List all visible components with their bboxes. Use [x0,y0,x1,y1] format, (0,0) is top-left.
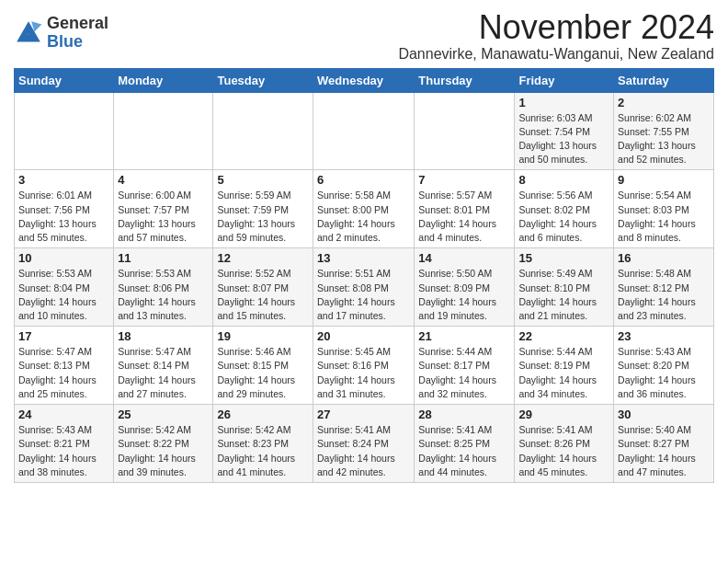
day-number: 26 [217,408,309,421]
day-info: Sunrise: 5:41 AMSunset: 8:26 PMDaylight:… [518,423,609,479]
col-header-wednesday: Wednesday [313,68,415,92]
day-number: 21 [418,329,510,343]
col-header-thursday: Thursday [415,68,515,92]
day-number: 23 [618,329,710,343]
day-number: 24 [18,408,109,421]
calendar-cell: 2Sunrise: 6:02 AMSunset: 7:55 PMDaylight… [614,92,714,170]
day-number: 19 [217,329,309,343]
day-number: 1 [518,96,609,109]
location-subtitle: Dannevirke, Manawatu-Wanganui, New Zeala… [398,46,714,63]
calendar-cell: 9Sunrise: 5:54 AMSunset: 8:03 PMDaylight… [614,170,714,248]
col-header-monday: Monday [114,68,213,92]
calendar-cell: 29Sunrise: 5:41 AMSunset: 8:26 PMDayligh… [515,405,614,483]
day-info: Sunrise: 6:03 AMSunset: 7:54 PMDaylight:… [518,111,609,167]
day-info: Sunrise: 5:42 AMSunset: 8:23 PMDaylight:… [217,423,309,479]
calendar-cell [114,92,213,170]
day-number: 30 [618,408,710,421]
day-number: 4 [118,173,209,187]
calendar-cell: 11Sunrise: 5:53 AMSunset: 8:06 PMDayligh… [114,248,213,327]
calendar-cell: 12Sunrise: 5:52 AMSunset: 8:07 PMDayligh… [213,248,313,327]
day-info: Sunrise: 5:53 AMSunset: 8:04 PMDaylight:… [18,267,109,323]
col-header-sunday: Sunday [15,68,114,92]
day-info: Sunrise: 5:47 AMSunset: 8:13 PMDaylight:… [18,345,109,401]
calendar-cell: 20Sunrise: 5:45 AMSunset: 8:16 PMDayligh… [313,327,415,405]
day-info: Sunrise: 5:41 AMSunset: 8:24 PMDaylight:… [317,423,410,479]
calendar-header-row: SundayMondayTuesdayWednesdayThursdayFrid… [15,68,714,92]
day-number: 22 [518,329,609,343]
title-area: November 2024 Dannevirke, Manawatu-Wanga… [398,9,714,63]
calendar-cell: 26Sunrise: 5:42 AMSunset: 8:23 PMDayligh… [213,405,313,483]
day-number: 9 [618,173,710,187]
calendar-week-row: 10Sunrise: 5:53 AMSunset: 8:04 PMDayligh… [15,248,714,327]
calendar-cell: 19Sunrise: 5:46 AMSunset: 8:15 PMDayligh… [213,327,313,405]
day-number: 17 [18,329,109,343]
logo-blue-text: Blue [47,33,108,52]
calendar-cell: 7Sunrise: 5:57 AMSunset: 8:01 PMDaylight… [415,170,515,248]
logo-text: General Blue [47,15,108,52]
logo-general-text: General [47,15,108,33]
month-title: November 2024 [398,9,714,46]
day-number: 20 [317,329,410,343]
col-header-saturday: Saturday [614,68,714,92]
calendar-cell: 8Sunrise: 5:56 AMSunset: 8:02 PMDaylight… [515,170,614,248]
calendar-cell: 3Sunrise: 6:01 AMSunset: 7:56 PMDaylight… [15,170,114,248]
calendar-cell: 17Sunrise: 5:47 AMSunset: 8:13 PMDayligh… [15,327,114,405]
calendar-cell: 5Sunrise: 5:59 AMSunset: 7:59 PMDaylight… [213,170,313,248]
day-number: 27 [317,408,410,421]
day-number: 18 [118,329,209,343]
day-info: Sunrise: 5:52 AMSunset: 8:07 PMDaylight:… [217,267,309,323]
day-info: Sunrise: 5:44 AMSunset: 8:17 PMDaylight:… [418,345,510,401]
day-info: Sunrise: 5:46 AMSunset: 8:15 PMDaylight:… [217,345,309,401]
day-number: 12 [217,251,309,265]
calendar-cell [15,92,114,170]
calendar-week-row: 1Sunrise: 6:03 AMSunset: 7:54 PMDaylight… [15,92,714,170]
day-number: 7 [418,173,510,187]
calendar-cell: 22Sunrise: 5:44 AMSunset: 8:19 PMDayligh… [515,327,614,405]
day-number: 3 [18,173,109,187]
day-number: 14 [418,251,510,265]
day-info: Sunrise: 5:48 AMSunset: 8:12 PMDaylight:… [618,267,710,323]
calendar-cell [313,92,415,170]
day-info: Sunrise: 5:50 AMSunset: 8:09 PMDaylight:… [418,267,510,323]
col-header-tuesday: Tuesday [213,68,313,92]
day-info: Sunrise: 5:58 AMSunset: 8:00 PMDaylight:… [317,189,410,245]
day-number: 29 [518,408,609,421]
day-number: 28 [418,408,510,421]
calendar-table: SundayMondayTuesdayWednesdayThursdayFrid… [14,68,714,483]
calendar-cell: 23Sunrise: 5:43 AMSunset: 8:20 PMDayligh… [614,327,714,405]
day-number: 13 [317,251,410,265]
day-info: Sunrise: 5:43 AMSunset: 8:21 PMDaylight:… [18,423,109,479]
calendar-cell [213,92,313,170]
day-number: 15 [518,251,609,265]
day-info: Sunrise: 5:45 AMSunset: 8:16 PMDaylight:… [317,345,410,401]
calendar-cell: 16Sunrise: 5:48 AMSunset: 8:12 PMDayligh… [614,248,714,327]
day-info: Sunrise: 5:54 AMSunset: 8:03 PMDaylight:… [618,189,710,245]
day-info: Sunrise: 5:51 AMSunset: 8:08 PMDaylight:… [317,267,410,323]
calendar-cell: 18Sunrise: 5:47 AMSunset: 8:14 PMDayligh… [114,327,213,405]
day-number: 2 [618,96,710,109]
day-info: Sunrise: 5:47 AMSunset: 8:14 PMDaylight:… [118,345,209,401]
logo: General Blue [14,15,108,52]
calendar-week-row: 24Sunrise: 5:43 AMSunset: 8:21 PMDayligh… [15,405,714,483]
calendar-cell: 25Sunrise: 5:42 AMSunset: 8:22 PMDayligh… [114,405,213,483]
calendar-week-row: 3Sunrise: 6:01 AMSunset: 7:56 PMDaylight… [15,170,714,248]
calendar-cell: 28Sunrise: 5:41 AMSunset: 8:25 PMDayligh… [415,405,515,483]
calendar-cell: 27Sunrise: 5:41 AMSunset: 8:24 PMDayligh… [313,405,415,483]
day-number: 25 [118,408,209,421]
calendar-cell: 10Sunrise: 5:53 AMSunset: 8:04 PMDayligh… [15,248,114,327]
day-info: Sunrise: 5:41 AMSunset: 8:25 PMDaylight:… [418,423,510,479]
day-info: Sunrise: 6:02 AMSunset: 7:55 PMDaylight:… [618,111,710,167]
calendar-week-row: 17Sunrise: 5:47 AMSunset: 8:13 PMDayligh… [15,327,714,405]
day-info: Sunrise: 6:01 AMSunset: 7:56 PMDaylight:… [18,189,109,245]
day-number: 11 [118,251,209,265]
day-info: Sunrise: 5:57 AMSunset: 8:01 PMDaylight:… [418,189,510,245]
col-header-friday: Friday [515,68,614,92]
day-number: 16 [618,251,710,265]
day-info: Sunrise: 6:00 AMSunset: 7:57 PMDaylight:… [118,189,209,245]
day-number: 10 [18,251,109,265]
page-header: General Blue November 2024 Dannevirke, M… [14,9,714,63]
day-number: 5 [217,173,309,187]
calendar-cell: 4Sunrise: 6:00 AMSunset: 7:57 PMDaylight… [114,170,213,248]
calendar-cell: 15Sunrise: 5:49 AMSunset: 8:10 PMDayligh… [515,248,614,327]
calendar-cell: 6Sunrise: 5:58 AMSunset: 8:00 PMDaylight… [313,170,415,248]
